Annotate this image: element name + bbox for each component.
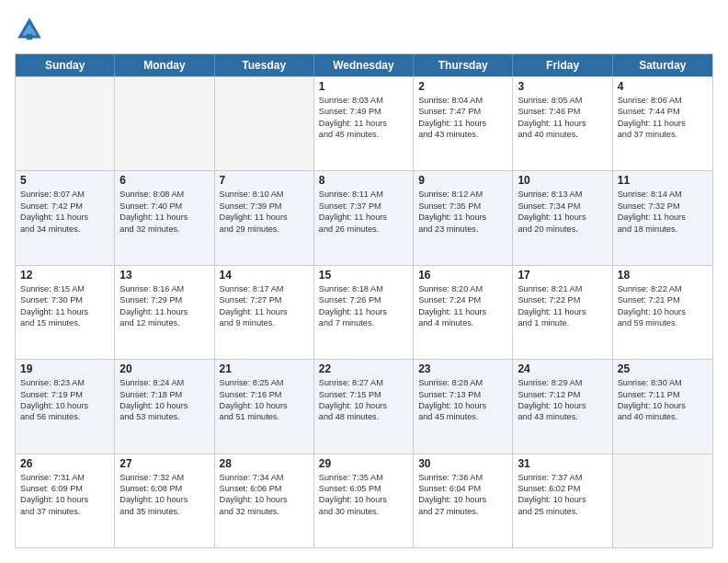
cell-info-line: Daylight: 10 hours: [418, 494, 507, 505]
cell-info-line: and 15 minutes.: [20, 317, 109, 328]
cell-info-line: Sunrise: 8:03 AM: [319, 95, 408, 106]
cell-info-line: Sunset: 6:08 PM: [119, 483, 209, 494]
day-cell-29: 29Sunrise: 7:35 AMSunset: 6:05 PMDayligh…: [314, 454, 414, 547]
calendar-row-2: 5Sunrise: 8:07 AMSunset: 7:42 PMDaylight…: [16, 170, 712, 264]
cell-info-line: Sunrise: 7:35 AM: [319, 472, 408, 483]
day-cell-13: 13Sunrise: 8:16 AMSunset: 7:29 PMDayligh…: [115, 266, 214, 359]
day-number: 13: [119, 269, 209, 282]
calendar-row-3: 12Sunrise: 8:15 AMSunset: 7:30 PMDayligh…: [16, 265, 712, 359]
cell-info-line: Sunrise: 8:11 AM: [319, 189, 408, 200]
svg-rect-2: [27, 34, 32, 40]
cell-info-line: Sunset: 7:18 PM: [119, 389, 209, 400]
logo: [15, 15, 50, 44]
cell-info-line: Sunrise: 8:21 AM: [518, 283, 607, 294]
cell-info-line: and 37 minutes.: [618, 129, 708, 140]
cell-info-line: Sunset: 6:09 PM: [20, 483, 109, 494]
day-cell-26: 26Sunrise: 7:31 AMSunset: 6:09 PMDayligh…: [16, 454, 115, 547]
cell-info-line: Daylight: 11 hours: [518, 212, 607, 223]
day-cell-1: 1Sunrise: 8:03 AMSunset: 7:49 PMDaylight…: [314, 77, 414, 170]
cell-info-line: Sunset: 7:16 PM: [220, 389, 309, 400]
day-number: 19: [20, 362, 109, 375]
cell-info-line: and 53 minutes.: [119, 411, 209, 422]
day-number: 30: [418, 457, 507, 470]
cell-info-line: and 40 minutes.: [618, 411, 708, 422]
cell-info-line: Sunrise: 8:30 AM: [618, 377, 708, 388]
cell-info-line: Sunset: 7:24 PM: [418, 294, 507, 305]
day-number: 27: [119, 457, 209, 470]
day-number: 31: [518, 457, 607, 470]
cell-info-line: Daylight: 10 hours: [618, 400, 708, 411]
day-number: 4: [618, 80, 708, 93]
day-number: 29: [319, 457, 408, 470]
calendar-row-1: 1Sunrise: 8:03 AMSunset: 7:49 PMDaylight…: [16, 76, 712, 170]
cell-info-line: Sunrise: 8:20 AM: [418, 283, 507, 294]
day-number: 12: [20, 269, 109, 282]
cell-info-line: and 30 minutes.: [319, 506, 408, 517]
cell-info-line: Daylight: 10 hours: [618, 306, 708, 317]
header-day-wednesday: Wednesday: [314, 54, 414, 76]
cell-info-line: Daylight: 11 hours: [119, 306, 209, 317]
cell-info-line: Sunrise: 8:05 AM: [518, 95, 607, 106]
cell-info-line: Sunrise: 8:04 AM: [418, 95, 507, 106]
cell-info-line: and 40 minutes.: [518, 129, 607, 140]
cell-info-line: Daylight: 11 hours: [418, 212, 507, 223]
day-number: 18: [618, 269, 708, 282]
cell-info-line: Sunset: 7:12 PM: [518, 389, 607, 400]
day-number: 26: [20, 457, 109, 470]
cell-info-line: Daylight: 11 hours: [518, 118, 607, 129]
day-cell-14: 14Sunrise: 8:17 AMSunset: 7:27 PMDayligh…: [215, 266, 314, 359]
cell-info-line: Daylight: 11 hours: [518, 306, 607, 317]
day-cell-20: 20Sunrise: 8:24 AMSunset: 7:18 PMDayligh…: [115, 360, 214, 453]
cell-info-line: Sunrise: 8:12 AM: [418, 189, 507, 200]
day-number: 7: [220, 174, 309, 187]
day-cell-24: 24Sunrise: 8:29 AMSunset: 7:12 PMDayligh…: [513, 360, 612, 453]
cell-info-line: Daylight: 10 hours: [319, 494, 408, 505]
cell-info-line: Sunset: 6:05 PM: [319, 483, 408, 494]
logo-icon: [15, 15, 44, 44]
day-number: 10: [518, 174, 607, 187]
empty-cell: [613, 454, 712, 547]
calendar-row-4: 19Sunrise: 8:23 AMSunset: 7:19 PMDayligh…: [16, 359, 712, 453]
cell-info-line: Daylight: 10 hours: [220, 400, 309, 411]
cell-info-line: and 34 minutes.: [20, 224, 109, 235]
day-cell-23: 23Sunrise: 8:28 AMSunset: 7:13 PMDayligh…: [414, 360, 513, 453]
cell-info-line: and 9 minutes.: [220, 317, 309, 328]
day-cell-21: 21Sunrise: 8:25 AMSunset: 7:16 PMDayligh…: [215, 360, 314, 453]
cell-info-line: Sunset: 7:42 PM: [20, 201, 109, 212]
cell-info-line: Daylight: 10 hours: [20, 400, 109, 411]
cell-info-line: Sunset: 7:37 PM: [319, 201, 408, 212]
cell-info-line: Daylight: 11 hours: [20, 212, 109, 223]
cell-info-line: Sunrise: 8:13 AM: [518, 189, 607, 200]
day-cell-19: 19Sunrise: 8:23 AMSunset: 7:19 PMDayligh…: [16, 360, 115, 453]
cell-info-line: Daylight: 10 hours: [119, 494, 209, 505]
day-cell-22: 22Sunrise: 8:27 AMSunset: 7:15 PMDayligh…: [314, 360, 414, 453]
day-cell-18: 18Sunrise: 8:22 AMSunset: 7:21 PMDayligh…: [613, 266, 712, 359]
day-cell-9: 9Sunrise: 8:12 AMSunset: 7:35 PMDaylight…: [414, 171, 513, 264]
day-number: 28: [220, 457, 309, 470]
cell-info-line: Daylight: 11 hours: [319, 118, 408, 129]
cell-info-line: Sunset: 6:02 PM: [518, 483, 607, 494]
day-cell-6: 6Sunrise: 8:08 AMSunset: 7:40 PMDaylight…: [115, 171, 214, 264]
day-number: 8: [319, 174, 408, 187]
day-number: 23: [418, 362, 507, 375]
day-cell-27: 27Sunrise: 7:32 AMSunset: 6:08 PMDayligh…: [115, 454, 214, 547]
cell-info-line: Sunset: 7:29 PM: [119, 294, 209, 305]
cell-info-line: Sunset: 7:49 PM: [319, 106, 408, 117]
cell-info-line: Sunset: 7:30 PM: [20, 294, 109, 305]
cell-info-line: Daylight: 10 hours: [119, 400, 209, 411]
empty-cell: [215, 77, 314, 170]
day-cell-30: 30Sunrise: 7:36 AMSunset: 6:04 PMDayligh…: [414, 454, 513, 547]
cell-info-line: and 51 minutes.: [220, 411, 309, 422]
cell-info-line: and 32 minutes.: [220, 506, 309, 517]
calendar: SundayMondayTuesdayWednesdayThursdayFrid…: [15, 53, 713, 548]
day-number: 5: [20, 174, 109, 187]
cell-info-line: Sunrise: 8:10 AM: [220, 189, 309, 200]
cell-info-line: Sunrise: 8:27 AM: [319, 377, 408, 388]
cell-info-line: Sunset: 7:46 PM: [518, 106, 607, 117]
cell-info-line: and 29 minutes.: [220, 224, 309, 235]
cell-info-line: Sunrise: 8:14 AM: [618, 189, 708, 200]
day-cell-25: 25Sunrise: 8:30 AMSunset: 7:11 PMDayligh…: [613, 360, 712, 453]
cell-info-line: Sunrise: 8:22 AM: [618, 283, 708, 294]
cell-info-line: Daylight: 10 hours: [418, 400, 507, 411]
cell-info-line: Sunset: 7:40 PM: [119, 201, 209, 212]
